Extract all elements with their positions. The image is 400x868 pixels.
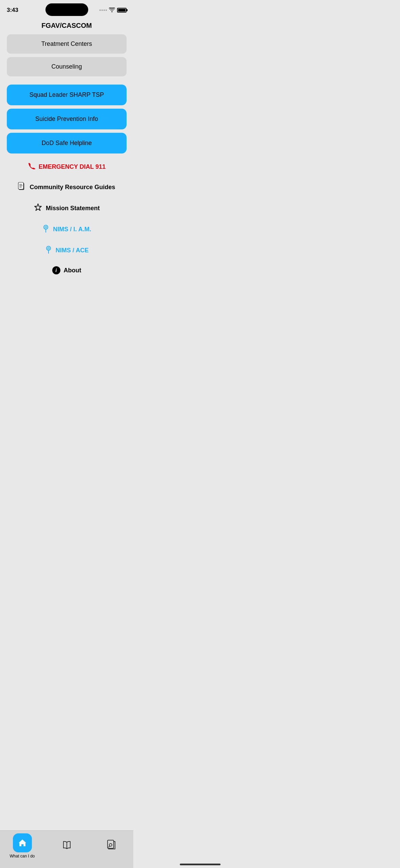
nims-ace-text: NIMS / ACE [56, 247, 89, 254]
status-bar: 3:43 [0, 0, 133, 18]
community-guides-item[interactable]: Community Resource Guides [7, 177, 127, 198]
menu-section: EMERGENCY DIAL 911 Community Resource Gu… [7, 157, 127, 280]
dod-helpline-button[interactable]: DoD Safe Helpline [7, 133, 127, 153]
svg-rect-4 [19, 185, 22, 186]
signal-icon [99, 10, 107, 11]
document-icon [18, 182, 26, 192]
header: FGAV/CASCOM [0, 18, 133, 34]
svg-point-8 [46, 246, 51, 250]
phone-icon [28, 162, 35, 171]
about-item[interactable]: i About [7, 261, 127, 280]
svg-rect-5 [19, 187, 22, 187]
emergency-item[interactable]: EMERGENCY DIAL 911 [7, 157, 127, 177]
svg-point-6 [44, 225, 48, 229]
nims-ace-item[interactable]: NIMS / ACE [7, 240, 127, 261]
star-icon [34, 203, 42, 213]
squad-leader-button[interactable]: Squad Leader SHARP TSP [7, 85, 127, 105]
status-indicators [99, 7, 127, 13]
pin-icon-iam [42, 224, 50, 234]
dynamic-island [45, 3, 88, 16]
svg-rect-3 [19, 184, 22, 185]
status-time: 3:43 [7, 7, 18, 14]
main-content: Treatment Centers Counseling Squad Leade… [0, 34, 133, 280]
nims-iam-item[interactable]: NIMS / I. A.M. [7, 219, 127, 240]
svg-point-9 [47, 248, 49, 249]
emergency-text: EMERGENCY DIAL 911 [39, 163, 106, 170]
page-title: FGAV/CASCOM [41, 22, 92, 29]
battery-icon [117, 8, 127, 13]
counseling-button[interactable]: Counseling [7, 57, 127, 76]
suicide-prevention-button[interactable]: Suicide Prevention Info [7, 109, 127, 129]
about-text: About [64, 267, 81, 274]
treatment-centers-button[interactable]: Treatment Centers [7, 34, 127, 54]
nims-iam-text: NIMS / I. A.M. [53, 226, 91, 233]
mission-statement-item[interactable]: Mission Statement [7, 198, 127, 219]
svg-point-7 [45, 227, 47, 228]
pin-icon-ace [45, 245, 52, 255]
mission-statement-text: Mission Statement [46, 205, 100, 212]
info-icon: i [52, 266, 60, 274]
community-guides-text: Community Resource Guides [30, 184, 115, 191]
wifi-icon [109, 7, 115, 13]
